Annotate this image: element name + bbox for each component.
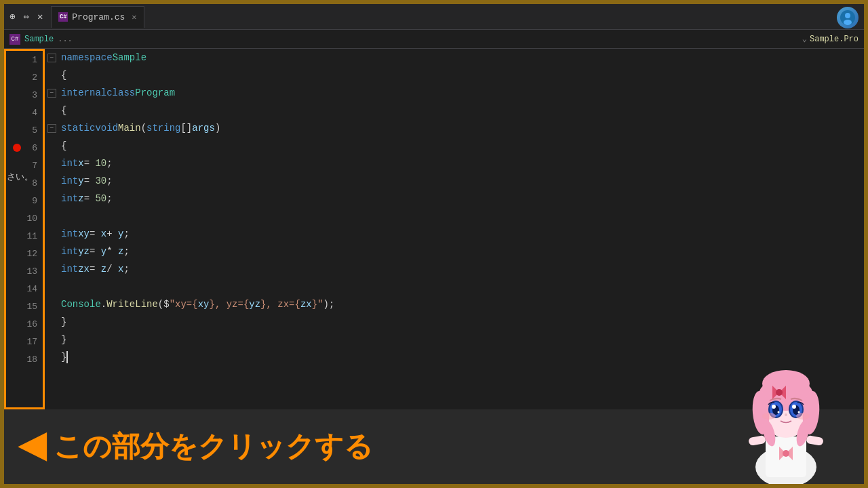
fold-button[interactable]: − — [47, 124, 56, 133]
fold-line-1: − — [45, 49, 58, 66]
svg-point-26 — [778, 411, 780, 413]
line-num-text: 14 — [26, 284, 37, 294]
svg-point-30 — [796, 413, 810, 420]
svg-point-29 — [762, 413, 776, 420]
fold-line-9 — [45, 190, 58, 207]
bottom-panel: ◀ この部分をクリックする — [4, 409, 864, 484]
line-number-10[interactable]: 10 — [6, 209, 43, 227]
split-button[interactable]: ⇔ — [20, 9, 31, 24]
svg-point-1 — [845, 13, 850, 18]
svg-rect-9 — [806, 435, 824, 446]
fold-line-6 — [45, 137, 58, 155]
fold-line-14 — [45, 278, 58, 296]
tab-bar: ⊕ ⇔ ✕ C# Program.cs ✕ — [4, 4, 864, 30]
code-line-6: { — [61, 137, 864, 155]
svg-point-25 — [792, 405, 796, 409]
line-num-text: 4 — [32, 108, 37, 118]
line-num-text: 17 — [26, 337, 37, 347]
anime-character — [722, 348, 850, 484]
fold-indicator-col: −−− — [45, 49, 58, 409]
code-line-3: internal class Program — [61, 84, 864, 102]
line-num-text: 3 — [32, 90, 37, 100]
breadcrumb-dots[interactable]: ... — [58, 35, 73, 44]
line-number-14[interactable]: 14 — [6, 280, 43, 298]
code-line-15: Console.WriteLine($"xy={xy}, yz={yz}, zx… — [61, 296, 864, 313]
fold-line-8 — [45, 172, 58, 190]
fold-line-4 — [45, 102, 58, 119]
breadcrumb-right: ⌄ Sample.Pro — [802, 34, 859, 44]
svg-point-7 — [783, 450, 789, 457]
code-line-7: int x = 10; — [61, 155, 864, 172]
line-number-3[interactable]: 3 — [6, 86, 43, 104]
tab-program-cs[interactable]: C# Program.cs ✕ — [51, 6, 144, 28]
anime-character-svg — [722, 348, 850, 484]
code-line-5: static void Main(string[] args) — [61, 119, 864, 137]
code-line-1: namespace Sample — [61, 49, 864, 66]
line-number-5[interactable]: 5 — [6, 121, 43, 139]
breadcrumb-bar: C# Sample ... ⌄ Sample.Pro — [4, 30, 864, 49]
line-num-text: 2 — [32, 73, 37, 83]
user-avatar[interactable] — [837, 7, 859, 28]
breadcrumb-chevron: ⌄ — [802, 34, 807, 44]
line-num-text: 10 — [26, 214, 37, 224]
line-number-4[interactable]: 4 — [6, 104, 43, 121]
fold-line-15 — [45, 296, 58, 313]
line-number-13[interactable]: 13 — [6, 262, 43, 280]
breadcrumb-namespace: Sample — [24, 35, 54, 44]
fold-button[interactable]: − — [47, 54, 56, 62]
line-num-text: 7 — [32, 161, 37, 171]
fold-line-2 — [45, 66, 58, 84]
line-number-12[interactable]: 12 — [6, 245, 43, 262]
svg-rect-8 — [748, 435, 766, 446]
close-all-button[interactable]: ✕ — [35, 9, 45, 24]
code-line-2: { — [61, 66, 864, 84]
svg-point-33 — [776, 389, 783, 396]
line-num-text: 9 — [32, 196, 37, 206]
arrow-annotation: ◀ この部分をクリックする — [18, 422, 373, 471]
code-line-11: int xy = x + y; — [61, 225, 864, 243]
svg-point-28 — [785, 413, 787, 416]
fold-line-17 — [45, 331, 58, 348]
line-num-text: 16 — [26, 319, 37, 329]
code-line-10 — [61, 207, 864, 225]
line-number-17[interactable]: 17 — [6, 333, 43, 350]
code-line-8: int y = 30; — [61, 172, 864, 190]
line-number-18[interactable]: 18 — [6, 350, 43, 368]
breadcrumb-file-icon: C# — [9, 34, 20, 45]
fold-line-16 — [45, 313, 58, 331]
fold-button[interactable]: − — [47, 89, 56, 98]
cs-file-icon: C# — [58, 12, 68, 22]
gutter-column[interactable]: 123456789101112131415161718 — [4, 49, 45, 409]
code-line-14 — [61, 278, 864, 296]
code-line-13: int zx = z / x; — [61, 260, 864, 278]
breadcrumb-class: Sample.Pro — [810, 35, 859, 44]
sidebar-text: さい。 — [7, 171, 33, 183]
svg-point-24 — [772, 405, 776, 409]
code-line-9: int z = 50; — [61, 190, 864, 207]
line-num-text: 11 — [26, 231, 37, 241]
line-number-16[interactable]: 16 — [6, 315, 43, 333]
tab-close-icon[interactable]: ✕ — [132, 12, 136, 22]
fold-line-7 — [45, 155, 58, 172]
pin-button[interactable]: ⊕ — [7, 9, 18, 24]
fold-line-5: − — [45, 119, 58, 137]
breakpoint-marker — [13, 144, 21, 152]
text-cursor — [66, 351, 68, 363]
left-arrow-icon: ◀ — [18, 422, 47, 471]
line-num-text: 18 — [26, 354, 37, 365]
svg-point-27 — [798, 411, 800, 413]
tab-controls: ⊕ ⇔ ✕ — [7, 9, 45, 24]
line-number-15[interactable]: 15 — [6, 298, 43, 315]
line-number-2[interactable]: 2 — [6, 68, 43, 86]
line-number-6[interactable]: 6 — [6, 139, 43, 157]
line-num-text: 15 — [26, 302, 37, 312]
fold-line-12 — [45, 243, 58, 260]
svg-point-2 — [844, 20, 852, 25]
line-number-9[interactable]: 9 — [6, 192, 43, 209]
code-line-12: int yz = y * z; — [61, 243, 864, 260]
code-line-16: } — [61, 313, 864, 331]
line-num-text: 1 — [32, 55, 37, 65]
line-number-1[interactable]: 1 — [6, 51, 43, 68]
line-number-11[interactable]: 11 — [6, 227, 43, 245]
code-line-4: { — [61, 102, 864, 119]
